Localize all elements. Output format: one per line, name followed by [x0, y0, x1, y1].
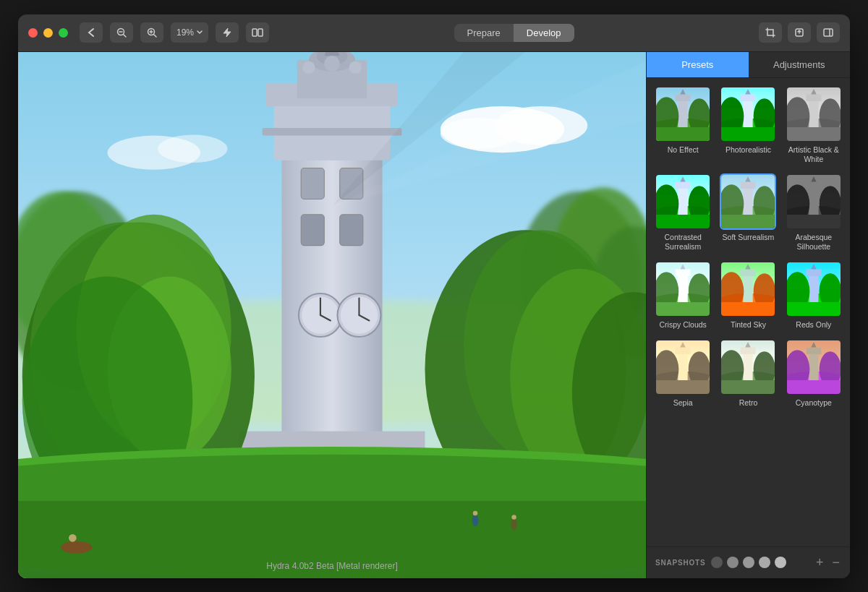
- svg-marker-42: [324, 52, 339, 56]
- svg-rect-79: [656, 127, 710, 141]
- svg-line-4: [154, 35, 157, 38]
- zoom-in-button[interactable]: [140, 22, 163, 43]
- preset-label: Sepia: [673, 398, 693, 408]
- export-button[interactable]: [788, 22, 811, 43]
- prepare-tab[interactable]: Prepare: [454, 24, 514, 42]
- svg-point-45: [349, 61, 362, 73]
- canvas-area[interactable]: Hydra 4.0b2 Beta [Metal renderer]: [18, 52, 646, 578]
- preset-item-crispy[interactable]: Crispy Clouds: [652, 259, 713, 333]
- presets-tab[interactable]: Presets: [647, 52, 749, 77]
- main-content: Hydra 4.0b2 Beta [Metal renderer] Preset…: [18, 52, 850, 578]
- zoom-display[interactable]: 19%: [171, 22, 208, 43]
- zoom-out-button[interactable]: [110, 22, 133, 43]
- preset-item-reds-only[interactable]: Reds Only: [783, 259, 844, 333]
- preset-thumb-wrap: [786, 173, 842, 230]
- preset-label: No Effect: [668, 145, 699, 155]
- svg-rect-130: [744, 273, 753, 304]
- preset-item-photorealistic[interactable]: Photorealistic: [718, 84, 778, 167]
- svg-line-1: [124, 35, 127, 38]
- close-button[interactable]: [28, 28, 38, 38]
- preset-item-arabesque[interactable]: Arabesque Silhouette: [783, 171, 844, 254]
- preset-item-tinted[interactable]: Tinted Sky: [718, 259, 778, 333]
- preset-label: Tinted Sky: [731, 320, 766, 330]
- preset-item-soft-surr[interactable]: Soft Surrealism: [718, 171, 778, 254]
- preset-item-cyanotype[interactable]: Cyanotype: [783, 337, 844, 411]
- svg-rect-74: [678, 98, 688, 129]
- svg-rect-98: [678, 185, 688, 216]
- svg-rect-90: [809, 98, 818, 129]
- preset-label: Arabesque Silhouette: [786, 233, 842, 252]
- snapshot-dot-1[interactable]: [727, 557, 739, 568]
- preset-label: Soft Surrealism: [723, 233, 775, 243]
- right-panel: Presets Adjustments No Effect: [646, 52, 850, 578]
- preset-thumbnail: [721, 175, 775, 228]
- svg-rect-103: [656, 215, 710, 228]
- preset-thumbnail: [721, 87, 775, 141]
- preset-thumb-wrap: [720, 261, 776, 317]
- svg-rect-115: [806, 181, 821, 188]
- minimize-button[interactable]: [43, 28, 53, 38]
- preset-thumb-wrap: [786, 86, 842, 142]
- preset-item-retro[interactable]: Retro: [718, 337, 778, 411]
- preset-item-contrasted[interactable]: Contrasted Surrealism: [652, 171, 713, 254]
- svg-rect-122: [678, 273, 688, 304]
- add-snapshot-button[interactable]: +: [814, 556, 825, 569]
- svg-rect-155: [741, 347, 756, 353]
- svg-rect-147: [676, 347, 691, 353]
- preset-thumbnail: [721, 340, 775, 394]
- preset-thumbnail: [787, 87, 841, 141]
- svg-rect-139: [806, 270, 821, 276]
- svg-rect-151: [656, 380, 710, 394]
- svg-rect-135: [721, 302, 775, 316]
- svg-rect-162: [809, 351, 818, 382]
- svg-rect-82: [744, 98, 753, 129]
- snapshot-dots: [711, 557, 786, 568]
- canvas-image: [18, 52, 646, 578]
- svg-rect-8: [258, 29, 263, 36]
- svg-rect-28: [340, 214, 363, 245]
- svg-rect-87: [721, 127, 775, 141]
- zoom-value: 19%: [176, 27, 194, 38]
- preset-thumbnail: [656, 175, 710, 228]
- panel-tabs: Presets Adjustments: [647, 52, 850, 78]
- svg-rect-159: [721, 380, 775, 394]
- preset-thumbnail: [721, 262, 775, 316]
- snapshots-bar: SNAPSHOTS + −: [647, 546, 850, 578]
- preset-thumb-wrap: [655, 339, 711, 395]
- preset-thumb-wrap: [786, 261, 842, 317]
- svg-point-44: [324, 56, 339, 71]
- svg-rect-75: [676, 94, 691, 100]
- svg-rect-114: [809, 185, 818, 216]
- svg-rect-25: [301, 168, 324, 199]
- snapshot-dot-0[interactable]: [711, 557, 723, 568]
- crop-button[interactable]: [759, 22, 782, 43]
- preset-item-sepia[interactable]: Sepia: [652, 337, 713, 411]
- preset-label: Artistic Black & White: [786, 145, 842, 165]
- snapshot-dot-3[interactable]: [759, 557, 770, 568]
- split-view-button[interactable]: [246, 22, 269, 43]
- adjustments-tab[interactable]: Adjustments: [749, 52, 851, 77]
- title-bar: 19% Prepare Develop: [18, 14, 850, 52]
- app-window: 19% Prepare Develop: [18, 14, 850, 578]
- svg-rect-138: [809, 273, 818, 304]
- svg-rect-111: [721, 215, 775, 228]
- svg-rect-123: [676, 270, 691, 276]
- preset-thumbnail: [787, 175, 841, 228]
- preset-thumb-wrap: [655, 261, 711, 317]
- remove-snapshot-button[interactable]: −: [830, 556, 841, 569]
- svg-rect-106: [744, 185, 753, 216]
- maximize-button[interactable]: [59, 28, 68, 38]
- snapshot-dot-4[interactable]: [775, 557, 786, 568]
- preset-item-no-effect[interactable]: No Effect: [652, 84, 713, 167]
- presets-grid: No Effect Photorealistic: [647, 78, 850, 546]
- preset-thumbnail: [787, 340, 841, 394]
- back-button[interactable]: [80, 22, 103, 43]
- develop-tab[interactable]: Develop: [514, 24, 574, 42]
- preset-thumb-wrap: [720, 339, 776, 395]
- snapshot-dot-2[interactable]: [743, 557, 754, 568]
- lightning-button[interactable]: [216, 22, 239, 43]
- svg-rect-119: [787, 215, 841, 228]
- svg-rect-146: [678, 351, 688, 382]
- panel-toggle-button[interactable]: [817, 22, 840, 43]
- preset-item-artistic-bw[interactable]: Artistic Black & White: [783, 84, 844, 167]
